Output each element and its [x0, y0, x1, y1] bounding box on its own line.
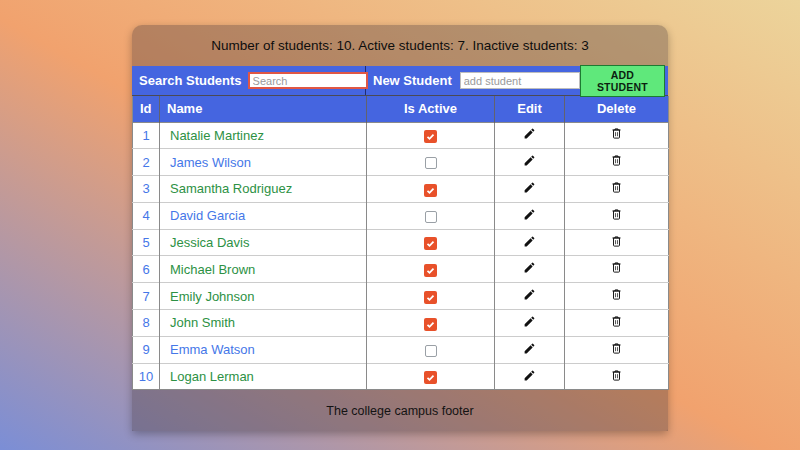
student-name: John Smith	[160, 310, 367, 337]
student-id: 7	[133, 283, 160, 310]
is-active-cell	[367, 256, 495, 283]
edit-button[interactable]	[523, 342, 536, 355]
table-row: 9 Emma Watson	[133, 336, 669, 363]
trash-icon	[610, 315, 623, 328]
edit-cell	[495, 256, 565, 283]
table-row: 3 Samantha Rodriguez	[133, 176, 669, 203]
table-header: Id Name Is Active Edit Delete	[133, 96, 669, 122]
add-student-button[interactable]: ADD STUDENT	[580, 65, 665, 97]
delete-button[interactable]	[610, 208, 623, 221]
student-id: 6	[133, 256, 160, 283]
edit-cell	[495, 283, 565, 310]
table-row: 1 Natalie Martinez	[133, 122, 669, 149]
checkmark-icon	[426, 266, 435, 275]
student-name: Logan Lerman	[160, 363, 367, 390]
trash-icon	[610, 261, 623, 274]
active-checkbox[interactable]	[424, 184, 437, 197]
is-active-cell	[367, 310, 495, 337]
is-active-cell	[367, 149, 495, 176]
edit-button[interactable]	[523, 288, 536, 301]
delete-button[interactable]	[610, 127, 623, 140]
edit-button[interactable]	[523, 154, 536, 167]
new-student-input[interactable]	[460, 72, 580, 89]
student-app-window: Number of students: 10. Active students:…	[132, 25, 668, 431]
pencil-icon	[523, 369, 536, 382]
checkmark-icon	[426, 186, 435, 195]
search-input[interactable]	[248, 72, 368, 89]
student-id: 2	[133, 149, 160, 176]
edit-button[interactable]	[523, 369, 536, 382]
pencil-icon	[523, 181, 536, 194]
active-checkbox[interactable]	[424, 371, 437, 384]
footer-text: The college campus footer	[326, 404, 473, 418]
table-row: 8 John Smith	[133, 310, 669, 337]
student-name: Emma Watson	[160, 336, 367, 363]
edit-cell	[495, 149, 565, 176]
edit-button[interactable]	[523, 261, 536, 274]
delete-button[interactable]	[610, 288, 623, 301]
delete-button[interactable]	[610, 235, 623, 248]
edit-cell	[495, 122, 565, 149]
delete-button[interactable]	[610, 342, 623, 355]
checkmark-icon	[426, 239, 435, 248]
students-summary-bar: Number of students: 10. Active students:…	[132, 25, 668, 66]
active-checkbox[interactable]	[424, 318, 437, 331]
students-summary-text: Number of students: 10. Active students:…	[211, 38, 588, 53]
edit-cell	[495, 336, 565, 363]
student-name: David Garcia	[160, 202, 367, 229]
student-id: 10	[133, 363, 160, 390]
student-id: 3	[133, 176, 160, 203]
edit-button[interactable]	[523, 181, 536, 194]
delete-button[interactable]	[610, 181, 623, 194]
delete-cell	[565, 256, 669, 283]
student-name: Samantha Rodriguez	[160, 176, 367, 203]
checkmark-icon	[426, 293, 435, 302]
is-active-cell	[367, 283, 495, 310]
column-header-delete: Delete	[565, 96, 669, 122]
trash-icon	[610, 208, 623, 221]
table-row: 2 James Wilson	[133, 149, 669, 176]
table-row: 7 Emily Johnson	[133, 283, 669, 310]
footer-bar: The college campus footer	[132, 390, 668, 431]
search-students-label: Search Students	[139, 73, 242, 88]
active-checkbox[interactable]	[425, 345, 437, 357]
delete-cell	[565, 202, 669, 229]
delete-button[interactable]	[610, 369, 623, 382]
active-checkbox[interactable]	[424, 291, 437, 304]
delete-button[interactable]	[610, 315, 623, 328]
edit-button[interactable]	[523, 235, 536, 248]
student-id: 4	[133, 202, 160, 229]
column-header-is-active: Is Active	[367, 96, 495, 122]
new-student-section: New Student ADD STUDENT	[366, 66, 668, 95]
is-active-cell	[367, 202, 495, 229]
active-checkbox[interactable]	[424, 264, 437, 277]
edit-button[interactable]	[523, 208, 536, 221]
pencil-icon	[523, 154, 536, 167]
delete-cell	[565, 310, 669, 337]
column-header-id: Id	[133, 96, 160, 122]
delete-cell	[565, 229, 669, 256]
student-table-body: 1 Natalie Martinez	[133, 122, 669, 390]
delete-cell	[565, 283, 669, 310]
trash-icon	[610, 154, 623, 167]
edit-cell	[495, 363, 565, 390]
checkmark-icon	[426, 132, 435, 141]
edit-button[interactable]	[523, 315, 536, 328]
delete-button[interactable]	[610, 154, 623, 167]
student-id: 1	[133, 122, 160, 149]
delete-button[interactable]	[610, 261, 623, 274]
student-name: James Wilson	[160, 149, 367, 176]
table-row: 6 Michael Brown	[133, 256, 669, 283]
is-active-cell	[367, 229, 495, 256]
student-id: 9	[133, 336, 160, 363]
trash-icon	[610, 342, 623, 355]
active-checkbox[interactable]	[425, 211, 437, 223]
student-name: Michael Brown	[160, 256, 367, 283]
edit-cell	[495, 202, 565, 229]
is-active-cell	[367, 336, 495, 363]
active-checkbox[interactable]	[424, 237, 437, 250]
active-checkbox[interactable]	[425, 157, 437, 169]
column-header-name: Name	[160, 96, 367, 122]
active-checkbox[interactable]	[424, 130, 437, 143]
edit-button[interactable]	[523, 127, 536, 140]
